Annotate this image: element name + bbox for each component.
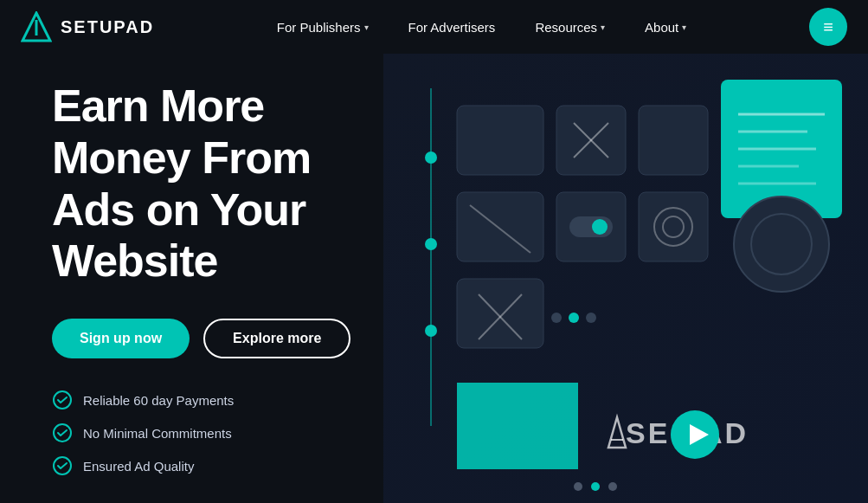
feature-quality-label: Ensured Ad Quality [83,459,194,474]
svg-point-33 [551,313,562,323]
svg-marker-40 [608,417,626,448]
hero-buttons: Sign up now Explore more [52,319,381,358]
chevron-down-icon: ▾ [682,23,686,32]
svg-point-24 [592,219,608,235]
explore-button[interactable]: Explore more [203,319,350,358]
svg-point-44 [608,482,617,491]
svg-rect-30 [457,279,543,348]
svg-point-34 [569,313,579,323]
hero-visual: SE PAD [383,54,868,503]
svg-rect-36 [457,383,578,469]
svg-rect-20 [457,192,543,261]
nav-menu-button[interactable]: ≡ [809,8,847,46]
chevron-down-icon: ▾ [601,23,605,32]
hero-section: Earn More Money From Ads on Your Website… [0,54,868,503]
feature-list: Reliable 60 day Payments No Minimal Comm… [52,390,381,476]
feature-payments: Reliable 60 day Payments [52,390,381,410]
svg-rect-25 [639,192,708,261]
feature-payments-label: Reliable 60 day Payments [83,393,234,408]
nav-advertisers-label: For Advertisers [408,20,496,35]
nav-about[interactable]: About ▾ [629,13,702,42]
nav-about-label: About [645,20,678,35]
nav-links: For Publishers ▾ For Advertisers Resourc… [261,13,702,42]
hero-title: Earn More Money From Ads on Your Website [52,81,381,287]
logo[interactable]: SETUPAD [21,11,154,42]
hero-illustration: SE PAD [383,54,868,503]
nav-advertisers[interactable]: For Advertisers [393,13,511,42]
logo-text: SETUPAD [61,17,154,37]
navbar: SETUPAD For Publishers ▾ For Advertisers… [0,0,868,54]
nav-resources[interactable]: Resources ▾ [519,13,620,42]
nav-publishers-label: For Publishers [277,20,361,35]
svg-point-28 [734,197,829,292]
check-icon [52,455,73,476]
chevron-down-icon: ▾ [364,23,369,32]
nav-publishers[interactable]: For Publishers ▾ [261,13,384,42]
feature-commitments-label: No Minimal Commitments [83,426,232,441]
nav-resources-label: Resources [535,20,597,35]
svg-point-42 [574,482,582,491]
setupad-logo-icon [21,11,52,42]
feature-quality: Ensured Ad Quality [52,455,381,476]
check-icon [52,422,73,443]
hero-content: Earn More Money From Ads on Your Website… [0,54,433,503]
feature-commitments: No Minimal Commitments [52,422,381,443]
signup-button[interactable]: Sign up now [52,319,190,358]
svg-rect-13 [639,106,708,175]
svg-point-43 [591,482,600,491]
svg-rect-9 [457,106,543,175]
svg-point-35 [586,313,596,323]
menu-icon: ≡ [823,17,833,37]
check-icon [52,390,73,410]
